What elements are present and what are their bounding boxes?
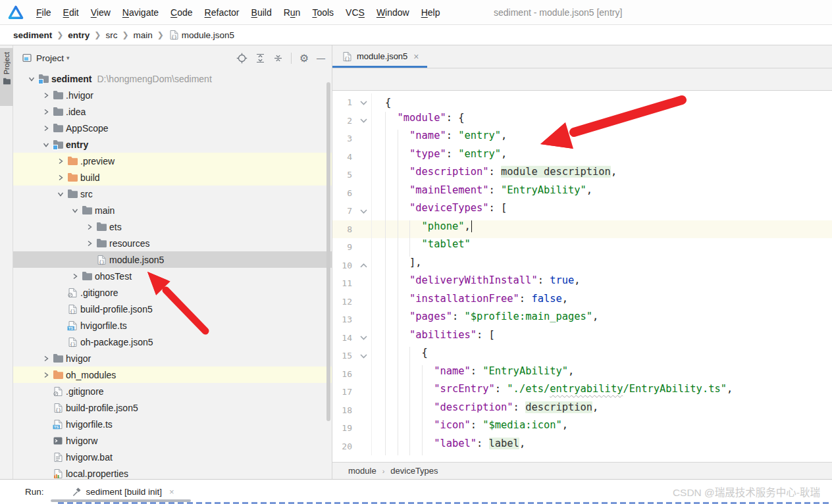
line-number: 4: [332, 152, 356, 162]
tab-module-json5[interactable]: {} module.json5 ×: [332, 45, 427, 68]
collapse-all-icon[interactable]: [273, 53, 283, 63]
deveco-studio-logo-icon: [8, 5, 24, 20]
chevron-right-icon[interactable]: [68, 272, 82, 280]
chevron-down-icon[interactable]: [68, 207, 82, 214]
chevron-down-icon[interactable]: [25, 75, 38, 83]
menu-build[interactable]: Build: [246, 7, 278, 18]
title-bar: FileEditViewNavigateCodeRefactorBuildRun…: [0, 0, 832, 25]
code-editor[interactable]: 1{2"module": {3"name": "entry",4"type": …: [332, 91, 832, 462]
menu-help[interactable]: Help: [415, 7, 446, 18]
menu-run[interactable]: Run: [278, 7, 307, 18]
scrollbar-thumb[interactable]: [326, 82, 330, 421]
breadcrumb-main[interactable]: main: [133, 30, 152, 40]
folder-excluded-icon: [53, 370, 66, 380]
tree-item-hvigorfile-ts[interactable]: TShvigorfile.ts: [13, 317, 332, 334]
tree-item-label: build: [80, 172, 100, 183]
tree-item-ets[interactable]: ets: [13, 218, 332, 235]
fold-open-icon[interactable]: [360, 350, 367, 362]
editor-breadcrumb-module[interactable]: module: [348, 466, 377, 476]
tree-item-hvigor[interactable]: hvigor: [13, 350, 332, 366]
tree-item-oh-package-json5[interactable]: {}oh-package.json5: [13, 334, 332, 350]
tree-item-hvigor[interactable]: .hvigor: [13, 87, 332, 103]
chevron-down-icon[interactable]: [54, 190, 67, 198]
chevron-right-icon[interactable]: [39, 355, 53, 363]
chevron-down-icon[interactable]: ▾: [66, 55, 70, 61]
chevron-right-icon[interactable]: [54, 174, 67, 182]
menu-navigate[interactable]: Navigate: [117, 7, 165, 18]
close-icon[interactable]: ×: [413, 51, 419, 62]
tree-item-preview[interactable]: .preview: [13, 153, 332, 169]
menu-edit[interactable]: Edit: [57, 7, 85, 18]
project-stripe-button[interactable]: Project: [0, 48, 13, 106]
menu-window[interactable]: Window: [371, 7, 415, 18]
tree-item-label: oh_modules: [66, 370, 116, 380]
code-line-19: 19"icon": "$media:icon",: [332, 419, 832, 438]
line-number: 16: [332, 369, 356, 379]
fold-open-icon[interactable]: [360, 205, 367, 217]
code-line-11: 11"deliveryWithInstall": true,: [332, 274, 832, 293]
menu-view[interactable]: View: [85, 7, 117, 18]
breadcrumb-entry[interactable]: entry: [68, 30, 90, 40]
hide-panel-icon[interactable]: —: [317, 53, 325, 63]
tree-item-hvigorw[interactable]: hvigorw: [13, 432, 332, 449]
line-number: 11: [332, 278, 356, 288]
tree-item-build[interactable]: build: [13, 169, 332, 186]
tree-item-build-profile-json5[interactable]: {}build-profile.json5: [13, 399, 332, 416]
chevron-right-icon[interactable]: [83, 223, 96, 231]
project-panel-title[interactable]: Project: [36, 53, 64, 63]
menu-file[interactable]: File: [30, 7, 57, 18]
tree-item-hvigorw-bat[interactable]: hvigorw.bat: [13, 449, 332, 465]
tree-item-ohostest[interactable]: ohosTest: [13, 268, 332, 284]
folder-icon: [3, 78, 11, 85]
fold-open-icon[interactable]: [360, 332, 367, 343]
tree-item-appscope[interactable]: AppScope: [13, 120, 332, 136]
json5-icon: {}: [67, 304, 80, 315]
tree-item-main[interactable]: main: [13, 202, 332, 218]
menu-refactor[interactable]: Refactor: [199, 7, 246, 18]
expand-all-icon[interactable]: [255, 53, 265, 63]
chevron-right-icon[interactable]: [39, 91, 53, 99]
chevron-right-icon[interactable]: [83, 239, 96, 247]
chevron-right-icon[interactable]: [39, 371, 53, 379]
tree-item-sediment[interactable]: sedimentD:\hongmengDom\sediment: [13, 70, 332, 87]
tree-item-local-properties[interactable]: local.properties: [13, 465, 332, 479]
tree-item-gitignore[interactable]: .gitignore: [13, 383, 332, 399]
tree-item-idea[interactable]: .idea: [13, 103, 332, 120]
editor-tab-bar: {} module.json5 ×: [332, 45, 832, 68]
breadcrumb-module-json5[interactable]: {}module.json5: [169, 30, 234, 40]
locate-icon[interactable]: [236, 53, 247, 64]
line-number: 1: [332, 97, 356, 107]
chevron-right-icon[interactable]: [54, 157, 67, 165]
fold-open-icon[interactable]: [360, 97, 367, 109]
fold-open-icon[interactable]: [360, 114, 367, 126]
tree-item-entry[interactable]: entry: [13, 136, 332, 153]
chevron-right-icon[interactable]: [39, 124, 53, 132]
breadcrumb-sediment[interactable]: sediment: [13, 30, 52, 40]
menu-code[interactable]: Code: [165, 7, 198, 18]
folder-icon: [53, 90, 66, 100]
fold-close-icon[interactable]: [360, 259, 367, 271]
tree-item-resources[interactable]: resources: [13, 235, 332, 251]
breadcrumb-src[interactable]: src: [105, 30, 117, 40]
tree-item-module-json5[interactable]: {}module.json5: [13, 251, 332, 268]
tree-item-gitignore[interactable]: .gitignore: [13, 284, 332, 301]
tree-item-hvigorfile-ts[interactable]: TShvigorfile.ts: [13, 416, 332, 432]
gear-icon[interactable]: ⚙: [299, 52, 309, 64]
chevron-down-icon[interactable]: [39, 141, 53, 149]
run-tab[interactable]: sediment [build init] ×: [72, 487, 174, 497]
menu-tools[interactable]: Tools: [306, 7, 340, 18]
project-toolbar: ⚙—: [236, 52, 325, 64]
line-number: 5: [332, 170, 356, 180]
tree-item-src[interactable]: src: [13, 186, 332, 202]
chevron-right-icon[interactable]: [39, 108, 53, 116]
tree-item-label: hvigorw.bat: [66, 452, 113, 463]
tree-item-oh-modules[interactable]: oh_modules: [13, 366, 332, 383]
close-icon[interactable]: ×: [169, 487, 174, 497]
project-scrollbar[interactable]: [326, 72, 331, 473]
gutter-fold-column: [356, 130, 372, 148]
code-line-6: 6"mainElement": "EntryAbility",: [332, 184, 832, 203]
editor-breadcrumb-devicetypes[interactable]: deviceTypes: [390, 466, 438, 476]
menu-vcs[interactable]: VCS: [340, 7, 371, 18]
tree-item-build-profile-json5[interactable]: {}build-profile.json5: [13, 301, 332, 317]
project-tree: sedimentD:\hongmengDom\sediment.hvigor.i…: [13, 70, 332, 479]
